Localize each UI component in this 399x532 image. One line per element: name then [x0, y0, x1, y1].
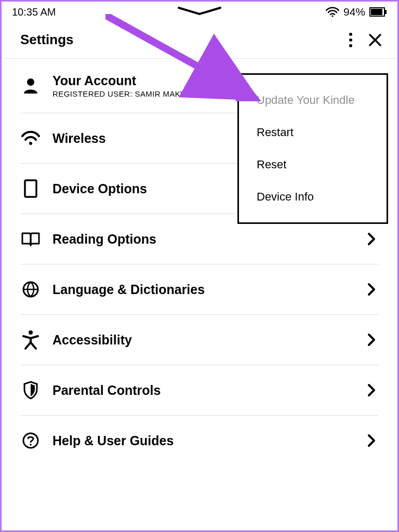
svg-point-13 — [30, 444, 32, 446]
item-title: Help & User Guides — [52, 433, 364, 448]
overflow-menu-popup: Update Your Kindle Restart Reset Device … — [237, 73, 388, 224]
battery-icon — [369, 7, 387, 17]
globe-icon — [20, 279, 41, 300]
item-title: Language & Dictionaries — [52, 282, 364, 297]
status-bar: 10:35 AM 94% — [2, 2, 397, 20]
svg-point-7 — [27, 78, 34, 86]
accessibility-item[interactable]: Accessibility — [20, 315, 379, 365]
item-title: Parental Controls — [52, 383, 364, 398]
parental-controls-item[interactable]: Parental Controls — [20, 365, 379, 416]
status-time: 10:35 AM — [12, 6, 56, 18]
shield-icon — [20, 380, 41, 401]
settings-header: Settings — [2, 20, 397, 58]
svg-point-8 — [29, 142, 32, 145]
svg-point-5 — [349, 38, 352, 42]
screen-frame: 10:35 AM 94% Settings — [0, 0, 399, 532]
help-guides-item[interactable]: Help & User Guides — [20, 416, 379, 466]
wifi-icon — [326, 7, 339, 17]
svg-point-4 — [349, 33, 352, 36]
book-icon — [20, 229, 41, 249]
svg-rect-9 — [25, 180, 36, 197]
restart-menu-item[interactable]: Restart — [239, 116, 387, 149]
close-button[interactable] — [368, 33, 382, 47]
svg-point-11 — [29, 330, 33, 335]
battery-percent: 94% — [343, 6, 365, 18]
svg-rect-2 — [371, 9, 382, 15]
device-info-menu-item[interactable]: Device Info — [239, 181, 387, 213]
reset-menu-item[interactable]: Reset — [239, 149, 387, 181]
chevron-right-icon — [364, 282, 379, 297]
item-title: Accessibility — [52, 332, 364, 348]
item-title: Reading Options — [52, 232, 364, 247]
page-title: Settings — [20, 32, 74, 48]
chevron-right-icon — [364, 433, 379, 448]
tablet-icon — [20, 178, 41, 199]
help-icon — [20, 430, 41, 451]
svg-point-6 — [349, 44, 352, 47]
accessibility-icon — [20, 329, 41, 350]
update-kindle-menu-item: Update Your Kindle — [239, 84, 387, 116]
svg-rect-3 — [385, 10, 387, 14]
language-dictionaries-item[interactable]: Language & Dictionaries — [20, 264, 379, 315]
chevron-right-icon — [364, 383, 379, 397]
svg-point-0 — [331, 15, 333, 17]
drag-handle-icon[interactable] — [177, 7, 222, 16]
wifi-icon — [20, 128, 41, 149]
chevron-right-icon — [364, 332, 379, 347]
person-icon — [20, 75, 41, 96]
more-menu-button[interactable] — [349, 32, 353, 48]
chevron-right-icon — [364, 232, 379, 246]
